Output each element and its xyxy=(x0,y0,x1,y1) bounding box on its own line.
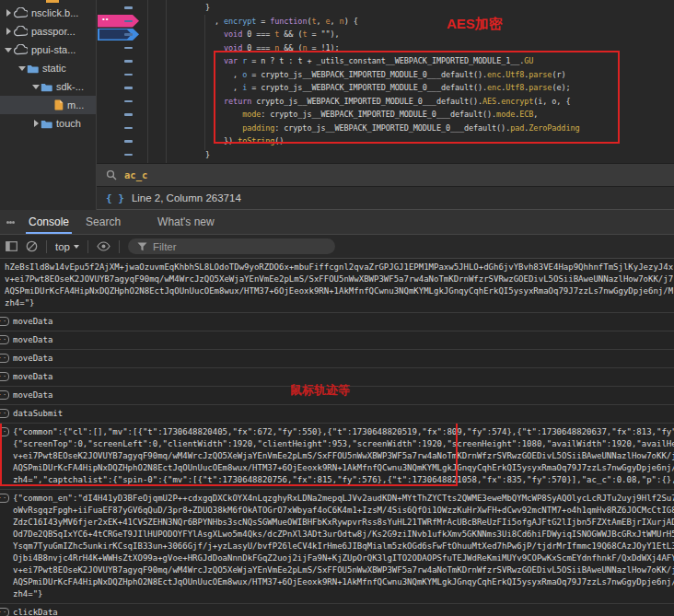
console-log-moveData[interactable]: moveData·· xyxy=(0,350,674,368)
console-messages[interactable]: hZeBsIld8w14vEpu5f2AjXM+jwaOzuvmEqKhbhSL… xyxy=(0,259,674,616)
tree-item-ppui-sta[interactable]: ppui-sta... xyxy=(0,41,96,59)
context-selector[interactable]: top xyxy=(55,241,79,252)
console-log-line: Ysqm7TyuGmIZhc5unkirKCsqIB33un+3066Gjf/j… xyxy=(13,540,674,552)
tree-item-sdk[interactable]: sdk-... xyxy=(0,77,96,96)
clipped-file-icon xyxy=(46,0,59,3)
live-expression-eye-icon[interactable] xyxy=(97,241,110,251)
log-source-badge-icon: ·· xyxy=(0,317,9,326)
gutter-line-marker[interactable] xyxy=(97,41,147,55)
filter-input[interactable]: Filter xyxy=(128,238,335,254)
console-log-block[interactable]: hZeBsIld8w14vEpu5f2AjXM+jwaOzuvmEqKhbhSL… xyxy=(0,259,674,313)
tree-item-label: touch xyxy=(56,118,81,129)
devtools-window: nsclick.b...passpor...ppui-sta...statics… xyxy=(0,0,674,616)
funnel-icon xyxy=(137,242,147,251)
console-tab-bar: Console Search What's new xyxy=(0,210,674,235)
toolbar-divider xyxy=(46,240,47,253)
console-log-line: hZeBsIld8w14vEpu5f2AjXM+jwaOzuvmEqKhbhSL… xyxy=(5,262,674,273)
tree-item-touch[interactable]: touch xyxy=(0,114,96,133)
gutter-line-marker[interactable] xyxy=(97,108,147,122)
console-log-dataSubmit[interactable]: dataSubmit·· xyxy=(0,405,674,424)
console-log-line: Od7De2QBSqIxYC6+4tCRGeT9JIlHUPODOYFYlAsg… xyxy=(13,529,674,540)
code-line: padding: crypto_js__WEBPACK_IMPORTED_MOD… xyxy=(205,122,674,135)
console-log-moveData[interactable]: moveData·· xyxy=(0,331,674,350)
editor-search-bar[interactable]: ac_c xyxy=(97,163,674,186)
gutter-line-marker[interactable] xyxy=(97,161,147,163)
chevron-right-icon[interactable] xyxy=(31,120,41,127)
console-log-line: AQSPmiDUrKcFA4HipNxDQZHphO2N8EctJqOUnUuc… xyxy=(13,576,674,588)
tree-item-label: passpor... xyxy=(31,26,76,37)
code-line: , encrypt = function(t, e, n) { xyxy=(205,15,674,29)
gutter-line-marker[interactable] xyxy=(97,134,147,148)
gutter-line-marker[interactable] xyxy=(97,68,147,82)
log-source-badge-icon: ·· xyxy=(0,494,9,503)
breakpoint-badge[interactable] xyxy=(98,29,139,41)
tab-search[interactable]: Search xyxy=(77,210,129,234)
folder-icon xyxy=(41,119,52,129)
chevron-right-icon[interactable] xyxy=(4,28,13,35)
gutter-line-marker[interactable] xyxy=(97,148,147,162)
search-input[interactable]: ac_c xyxy=(124,169,147,180)
tree-item-label: sdk-... xyxy=(56,81,84,92)
file-navigator: nsclick.b...passpor...ppui-sta...statics… xyxy=(0,0,97,210)
gutter-line-marker[interactable] xyxy=(97,1,147,15)
gutter-line-marker[interactable] xyxy=(97,122,147,135)
logpoint-badge[interactable]: •• xyxy=(98,15,139,28)
code-line: , decrypt = function(t, e) { xyxy=(205,161,674,163)
code-line: } xyxy=(205,1,674,15)
code-line: } xyxy=(205,148,674,162)
code-line: , o = crypto_js__WEBPACK_IMPORTED_MODULE… xyxy=(205,68,674,82)
tree-item-passpor[interactable]: passpor... xyxy=(0,22,96,41)
tree-item-label: nsclick.b... xyxy=(31,7,78,18)
gutter-line-marker[interactable] xyxy=(97,95,147,109)
chevron-down-icon[interactable] xyxy=(4,48,13,52)
tree-item-static[interactable]: static xyxy=(0,59,96,77)
code-content[interactable]: } , encrypt = function(t, e, n) { void 0… xyxy=(167,0,674,163)
gutter-line-marker[interactable] xyxy=(97,81,147,95)
pretty-print-icon[interactable]: { } xyxy=(106,192,124,204)
line-number-dash xyxy=(124,74,133,76)
more-tools-icon[interactable] xyxy=(0,210,20,234)
chevron-down-icon[interactable] xyxy=(17,66,27,71)
gutter-line-marker[interactable] xyxy=(97,28,147,41)
gutter-line-marker[interactable] xyxy=(97,54,147,68)
console-log-line: {"common":{"cl":[],"mv":[{"t":1730648820… xyxy=(13,426,674,438)
folder-icon xyxy=(41,82,52,92)
log-source-badge-icon: ·· xyxy=(0,390,9,400)
clear-console-icon[interactable] xyxy=(26,240,38,252)
console-log-block[interactable]: {"common":{"cl":[],"mv":[{"t":1730648820… xyxy=(0,424,674,490)
tab-console[interactable]: Console xyxy=(20,210,77,234)
folder-icon xyxy=(27,64,39,74)
sources-panel: nsclick.b...passpor...ppui-sta...statics… xyxy=(0,0,674,210)
console-log-line: AQSPmiDUrKcFA4HipNxDQZHphO2N8EctJqOUnUuc… xyxy=(5,285,674,297)
console-log-block[interactable]: {"common_en":"dI4H41yD3BFeOjqmU2P++cdxgq… xyxy=(0,490,674,604)
console-log-line: zh4="} xyxy=(13,588,674,600)
console-log-line: Ojbi4B8nvjc4RrH4K+WWHsZtXO99a+gVoe+HRGJd… xyxy=(13,552,674,564)
console-log-line: AQSPmiDUrKcFA4HipNxDQZHphO2N8EctJqOUnUuc… xyxy=(13,462,674,474)
code-line: void 0 === n && (n = !1); xyxy=(205,41,674,55)
toolbar-divider xyxy=(119,240,120,253)
code-line: return crypto_js__WEBPACK_IMPORTED_MODUL… xyxy=(205,95,674,109)
chevron-right-icon[interactable] xyxy=(4,9,13,17)
gutter-line-marker[interactable]: •• xyxy=(97,15,147,29)
tree-item-nsclick-b[interactable]: nsclick.b... xyxy=(0,4,96,22)
toolbar-divider xyxy=(87,240,88,253)
console-log-line: zh4="} xyxy=(5,297,674,309)
code-line: , i = crypto_js__WEBPACK_IMPORTED_MODULE… xyxy=(205,81,674,95)
chevron-down-icon xyxy=(74,245,79,249)
console-log-moveData[interactable]: moveData·· xyxy=(0,313,674,331)
tab-whats-new[interactable]: What's new xyxy=(149,210,223,234)
annotation-text-mouse-track: 鼠标轨迹等 xyxy=(290,382,350,399)
console-log-line: zh4=","captchalist":{"spin-0":{"mv":[{"t… xyxy=(13,474,674,486)
code-line: var r = n ? t : t + _utils_constant__WEB… xyxy=(205,54,674,68)
code-editor[interactable]: •• } , encrypt = function(t, e, n) { voi… xyxy=(97,0,674,163)
line-gutter[interactable]: •• xyxy=(97,0,148,163)
editor-status-bar: { } Line 2, Column 263714 xyxy=(97,186,674,209)
chevron-down-icon[interactable] xyxy=(31,85,41,89)
console-toolbar: top Filter xyxy=(0,235,674,259)
tree-item-label: m... xyxy=(67,99,84,110)
console-log-clickData[interactable]: clickData·· xyxy=(0,604,674,616)
tree-item-m[interactable]: m... xyxy=(0,96,96,114)
cursor-position: Line 2, Column 263714 xyxy=(132,192,241,203)
log-source-badge-icon: ·· xyxy=(0,335,9,344)
console-sidebar-icon[interactable] xyxy=(6,241,17,251)
